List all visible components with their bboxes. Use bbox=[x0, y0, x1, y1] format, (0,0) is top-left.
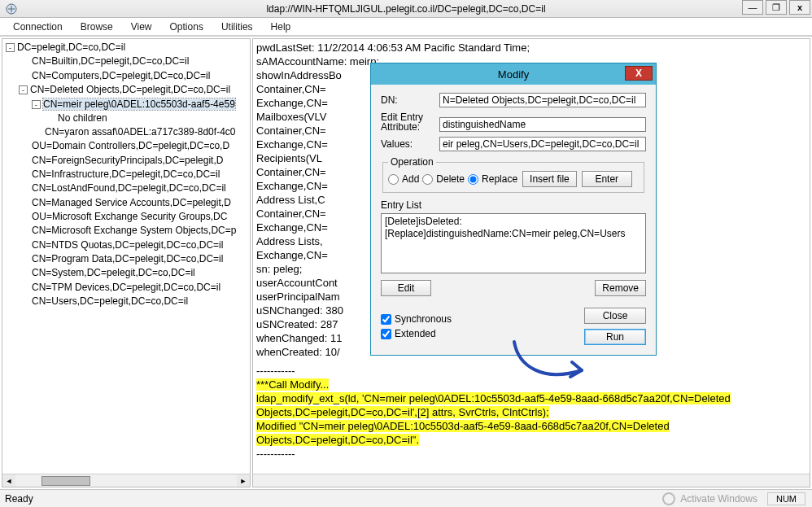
operation-add-radio[interactable]: Add bbox=[388, 173, 419, 185]
tree-node-label: CN=Computers,DC=pelegit,DC=co,DC=il bbox=[32, 70, 210, 81]
modal-run-button[interactable]: Run bbox=[584, 329, 646, 345]
tree-node[interactable]: CN=LostAndFound,DC=pelegit,DC=co,DC=il bbox=[4, 181, 248, 195]
menu-bar: ConnectionBrowseViewOptionsUtilitiesHelp bbox=[0, 18, 812, 36]
synchronous-checkbox[interactable]: Synchronous bbox=[381, 313, 452, 325]
entry-list-label: Entry List bbox=[381, 199, 646, 211]
tree-node[interactable]: CN=Microsoft Exchange System Objects,DC=… bbox=[4, 224, 248, 238]
scroll-left-arrow-icon[interactable]: ◄ bbox=[2, 474, 15, 487]
tree-node[interactable]: CN=Computers,DC=pelegit,DC=co,DC=il bbox=[4, 69, 248, 83]
tree-node-label: CN=System,DC=pelegit,DC=co,DC=il bbox=[32, 268, 195, 279]
enter-button[interactable]: Enter bbox=[582, 171, 632, 187]
tree-panel: -DC=pelegit,DC=co,DC=ilCN=Builtin,DC=pel… bbox=[2, 38, 251, 487]
tree-node[interactable]: CN=yaron assaf\0ADEL:a717c389-8d0f-4c0 bbox=[4, 125, 248, 139]
tree-node[interactable]: -DC=pelegit,DC=co,DC=il bbox=[4, 41, 248, 55]
tree-node[interactable]: OU=Domain Controllers,DC=pelegit,DC=co,D bbox=[4, 139, 248, 153]
tree-scroll[interactable]: -DC=pelegit,DC=co,DC=ilCN=Builtin,DC=pel… bbox=[2, 39, 250, 474]
dn-label: DN: bbox=[381, 94, 439, 106]
detail-separator: ----------- bbox=[256, 447, 806, 461]
windows-icon bbox=[662, 492, 675, 505]
tree-node-label: CN=LostAndFound,DC=pelegit,DC=co,DC=il bbox=[32, 183, 226, 194]
tree-node-label: CN=meir peleg\0ADEL:10c5503d-aaf5-4e59 bbox=[43, 98, 235, 110]
menu-view[interactable]: View bbox=[124, 20, 159, 34]
tree-node[interactable]: CN=ForeignSecurityPrincipals,DC=pelegit,… bbox=[4, 154, 248, 168]
status-bar: Ready Activate Windows NUM bbox=[0, 489, 812, 507]
tree-node[interactable]: -CN=meir peleg\0ADEL:10c5503d-aaf5-4e59 bbox=[4, 97, 248, 111]
tree-node-label: CN=ForeignSecurityPrincipals,DC=pelegit,… bbox=[32, 155, 223, 166]
tree-node-label: CN=Users,DC=pelegit,DC=co,DC=il bbox=[32, 295, 188, 307]
tree-node[interactable]: CN=Users,DC=pelegit,DC=co,DC=il bbox=[4, 295, 248, 308]
tree-node-label: CN=yaron assaf\0ADEL:a717c389-8d0f-4c0 bbox=[45, 126, 235, 138]
menu-browse[interactable]: Browse bbox=[74, 20, 120, 34]
minimize-button[interactable]: — bbox=[742, 0, 763, 15]
modify-dialog-body: DN: Edit Entry Attribute: Values: Operat… bbox=[371, 85, 656, 355]
menu-help[interactable]: Help bbox=[264, 20, 298, 34]
operation-replace-radio[interactable]: Replace bbox=[468, 173, 517, 185]
activate-windows-watermark: Activate Windows bbox=[662, 492, 757, 505]
modify-dialog-close-button[interactable]: X bbox=[625, 66, 653, 81]
detail-log-line: ***Call Modify... bbox=[256, 378, 329, 391]
status-num: NUM bbox=[767, 492, 805, 505]
menu-connection[interactable]: Connection bbox=[7, 20, 69, 34]
status-ready: Ready bbox=[5, 493, 33, 505]
operation-legend: Operation bbox=[388, 156, 436, 168]
tree-node[interactable]: CN=Managed Service Accounts,DC=pelegit,D bbox=[4, 196, 248, 210]
detail-line: pwdLastSet: 11/2/2014 4:06:53 AM Pacific… bbox=[256, 41, 806, 55]
entry-edit-button[interactable]: Edit bbox=[381, 280, 431, 296]
collapse-icon[interactable]: - bbox=[19, 85, 28, 94]
detail-log-line: ldap_modify_ext_s(ld, 'CN=meir peleg\0AD… bbox=[256, 392, 731, 404]
tree-node-label: No children bbox=[58, 112, 107, 124]
tree-node-label: CN=Builtin,DC=pelegit,DC=co,DC=il bbox=[32, 56, 189, 68]
scroll-right-arrow-icon[interactable]: ► bbox=[237, 474, 250, 487]
insert-file-button[interactable]: Insert file bbox=[522, 171, 577, 187]
tree-node[interactable]: CN=Program Data,DC=pelegit,DC=co,DC=il bbox=[4, 252, 248, 266]
entry-list-item[interactable]: [Delete]isDeleted: bbox=[385, 216, 642, 228]
app-icon bbox=[5, 2, 18, 15]
attribute-input[interactable] bbox=[439, 117, 646, 132]
scroll-thumb[interactable] bbox=[41, 476, 90, 486]
tree-node[interactable]: CN=Builtin,DC=pelegit,DC=co,DC=il bbox=[4, 55, 248, 68]
entry-list-item[interactable]: [Replace]distinguishedName:CN=meir peleg… bbox=[385, 228, 642, 240]
tree-node[interactable]: OU=Microsoft Exchange Security Groups,DC bbox=[4, 210, 248, 224]
detail-horizontal-scrollbar[interactable] bbox=[253, 474, 810, 487]
tree-node-label: CN=NTDS Quotas,DC=pelegit,DC=co,DC=il bbox=[32, 239, 223, 251]
close-icon: X bbox=[635, 68, 642, 79]
extended-checkbox[interactable]: Extended bbox=[381, 328, 452, 339]
modify-dialog-titlebar[interactable]: Modify X bbox=[371, 63, 656, 85]
collapse-icon[interactable]: - bbox=[32, 100, 41, 109]
modify-dialog-title: Modify bbox=[498, 68, 529, 81]
operation-fieldset: Operation Add Delete Replace Insert file… bbox=[382, 156, 644, 193]
tree-node[interactable]: CN=TPM Devices,DC=pelegit,DC=co,DC=il bbox=[4, 281, 248, 295]
restore-button[interactable]: ❐ bbox=[766, 0, 787, 15]
tree-node-label: CN=TPM Devices,DC=pelegit,DC=co,DC=il bbox=[32, 282, 220, 293]
menu-utilities[interactable]: Utilities bbox=[215, 20, 260, 34]
detail-separator: ----------- bbox=[256, 364, 806, 378]
tree-node[interactable]: CN=Infrastructure,DC=pelegit,DC=co,DC=il bbox=[4, 168, 248, 181]
tree-node[interactable]: CN=System,DC=pelegit,DC=co,DC=il bbox=[4, 266, 248, 280]
menu-options[interactable]: Options bbox=[164, 20, 210, 34]
tree-node[interactable]: No children bbox=[4, 111, 248, 125]
modify-dialog: Modify X DN: Edit Entry Attribute: Value… bbox=[370, 63, 657, 356]
tree-node-label: CN=Program Data,DC=pelegit,DC=co,DC=il bbox=[32, 253, 223, 264]
tree-node-label: CN=Infrastructure,DC=pelegit,DC=co,DC=il bbox=[32, 168, 220, 180]
tree-node-label: DC=pelegit,DC=co,DC=il bbox=[17, 42, 125, 53]
operation-delete-radio[interactable]: Delete bbox=[422, 173, 465, 185]
entry-remove-button[interactable]: Remove bbox=[595, 280, 646, 296]
tree-node-label: CN=Deleted Objects,DC=pelegit,DC=co,DC=i… bbox=[30, 84, 230, 95]
modal-close-button[interactable]: Close bbox=[584, 308, 646, 324]
tree-node-label: OU=Domain Controllers,DC=pelegit,DC=co,D bbox=[32, 141, 229, 152]
detail-log-line: Objects,DC=pelegit,DC=co,DC=il',[2] attr… bbox=[256, 406, 549, 418]
tree-node-label: CN=Managed Service Accounts,DC=pelegit,D bbox=[32, 197, 231, 208]
values-label: Values: bbox=[381, 138, 439, 150]
detail-log-line: Modified "CN=meir peleg\0ADEL:10c5503d-a… bbox=[256, 420, 670, 432]
tree-node[interactable]: CN=NTDS Quotas,DC=pelegit,DC=co,DC=il bbox=[4, 238, 248, 252]
collapse-icon[interactable]: - bbox=[6, 43, 15, 52]
tree-node-label: OU=Microsoft Exchange Security Groups,DC bbox=[32, 211, 227, 222]
entry-list[interactable]: [Delete]isDeleted:[Replace]distinguished… bbox=[381, 213, 646, 273]
tree-node-label: CN=Microsoft Exchange System Objects,DC=… bbox=[32, 225, 236, 237]
window-titlebar: ldap://WIN-HFTQMLJIGUL.pelegit.co.il/DC=… bbox=[0, 0, 812, 18]
values-input[interactable] bbox=[439, 137, 646, 151]
close-button[interactable]: x bbox=[789, 0, 810, 15]
dn-input[interactable] bbox=[439, 93, 646, 107]
tree-node[interactable]: -CN=Deleted Objects,DC=pelegit,DC=co,DC=… bbox=[4, 83, 248, 97]
tree-horizontal-scrollbar[interactable]: ◄ ► bbox=[2, 474, 250, 487]
